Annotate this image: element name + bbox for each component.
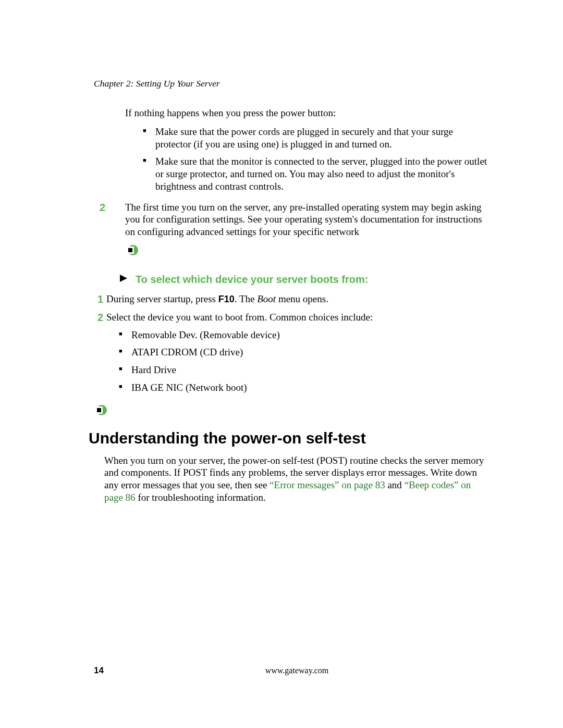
proc-step-2: 2 Select the device you want to boot fro… [94, 311, 490, 399]
step-number: 2 [94, 311, 103, 324]
proc-step-2-text: Select the device you want to boot from.… [106, 311, 490, 399]
procedure-steps: 1 During server startup, press F10. The … [94, 293, 490, 416]
menu-name: Boot [257, 293, 276, 304]
boot-choice-4: IBA GE NIC (Network boot) [119, 381, 490, 394]
intro-lead: If nothing happens when you press the po… [125, 107, 490, 119]
play-arrow-icon [119, 274, 128, 285]
text-pre: During server startup, press [106, 293, 218, 304]
proc-step-2-lead: Select the device you want to boot from.… [106, 312, 373, 323]
body-block: If nothing happens when you press the po… [125, 107, 490, 256]
text-post: menu opens. [276, 293, 328, 304]
section-heading: Understanding the power-on self-test [89, 429, 490, 447]
page: Chapter 2: Setting Up Your Server If not… [0, 0, 563, 728]
step-number: 2 [96, 201, 105, 214]
boot-choice-1: Removable Dev. (Removable device) [119, 329, 490, 341]
para-post: for troubleshooting information. [136, 492, 266, 503]
boot-choice-2: ATAPI CDROM (CD drive) [119, 346, 490, 359]
key-f10: F10 [218, 294, 235, 304]
end-of-procedure-icon [125, 244, 490, 256]
end-of-procedure-icon [94, 404, 490, 416]
section-paragraph: When you turn on your server, the power-… [104, 454, 490, 504]
procedure-heading-row: To select which device your server boots… [119, 274, 490, 286]
step-2-text: The first time you turn on the server, a… [125, 201, 490, 238]
footer-url: www.gateway.com [104, 666, 490, 675]
svg-marker-3 [120, 275, 127, 282]
intro-bullet-1: Make sure that the power cords are plugg… [143, 126, 490, 151]
chapter-header: Chapter 2: Setting Up Your Server [94, 78, 490, 89]
xref-error-messages[interactable]: “Error messages” on page 83 [270, 479, 385, 490]
text-mid: . The [235, 293, 257, 304]
boot-choice-3: Hard Drive [119, 364, 490, 376]
proc-step-1: 1 During server startup, press F10. The … [94, 293, 490, 306]
step-number: 1 [94, 293, 103, 306]
svg-rect-6 [97, 408, 101, 412]
page-number: 14 [94, 665, 104, 676]
procedure-heading: To select which device your server boots… [136, 274, 368, 286]
para-and: and [385, 479, 405, 490]
proc-step-1-text: During server startup, press F10. The Bo… [106, 293, 490, 305]
intro-bullets: Make sure that the power cords are plugg… [143, 126, 490, 193]
page-footer: 14 www.gateway.com [94, 665, 490, 676]
boot-choices: Removable Dev. (Removable device) ATAPI … [119, 329, 490, 394]
intro-bullet-2: Make sure that the monitor is connected … [143, 155, 490, 192]
svg-rect-2 [128, 248, 132, 252]
step-2-row: 2 The first time you turn on the server,… [125, 201, 490, 238]
